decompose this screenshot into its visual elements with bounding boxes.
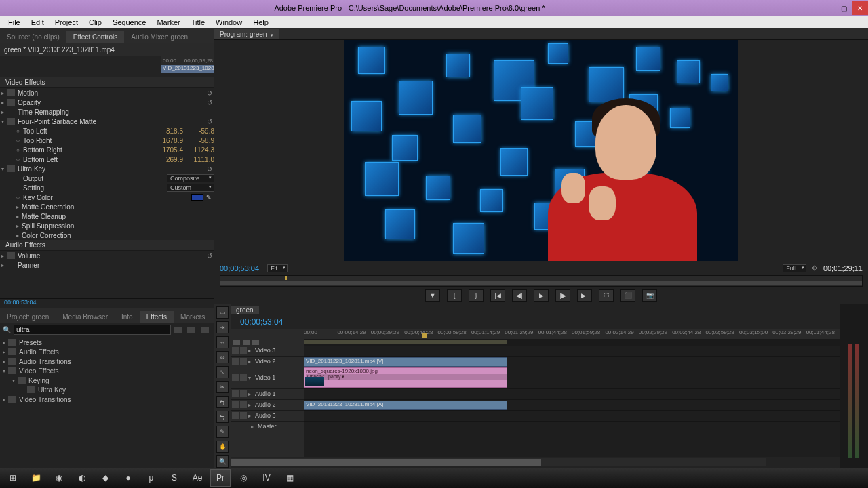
rate-stretch-tool[interactable]: ⤡: [216, 366, 229, 378]
skype-icon[interactable]: S: [164, 469, 184, 487]
program-resolution-dropdown[interactable]: Full: [783, 264, 806, 272]
tree-presets[interactable]: Presets: [19, 339, 42, 346]
clip-audio-2[interactable]: VID_20131223_102811.mp4 [A]: [304, 401, 507, 410]
track-mute[interactable]: [232, 390, 239, 397]
track-solo[interactable]: [240, 412, 247, 419]
marker-toggle[interactable]: [252, 340, 259, 345]
tree-ultra-key[interactable]: Ultra Key: [38, 386, 66, 394]
tree-audio-effects[interactable]: Audio Effects: [19, 348, 59, 356]
eyedropper-icon[interactable]: ✎: [206, 194, 214, 201]
go-to-out-button[interactable]: ▶|: [577, 289, 592, 302]
menu-project[interactable]: Project: [50, 18, 83, 26]
matte-tr-y[interactable]: -58.9: [187, 137, 214, 144]
tab-info[interactable]: Info: [115, 311, 140, 323]
play-button[interactable]: ▶: [534, 289, 549, 302]
preset-bin-icon[interactable]: [174, 327, 182, 333]
work-area-bar[interactable]: [304, 340, 507, 344]
matte-bl-y[interactable]: 1111.0: [187, 156, 214, 163]
tab-effects[interactable]: Effects: [140, 311, 174, 323]
ripple-edit-tool[interactable]: ↔: [216, 336, 229, 348]
matte-tr-x[interactable]: 1678.9: [160, 137, 187, 144]
app-icon[interactable]: ▦: [279, 469, 300, 487]
file-explorer-icon[interactable]: 📁: [26, 469, 46, 487]
twirl-icon[interactable]: ▾: [12, 378, 18, 384]
razor-tool[interactable]: ✂: [216, 381, 229, 393]
twirl-icon[interactable]: ▸: [16, 204, 22, 210]
twirl-icon[interactable]: ▸: [16, 214, 22, 220]
sync-lock-toggle[interactable]: [243, 340, 250, 345]
twirl-icon[interactable]: ▸: [248, 391, 254, 397]
timeline-tab[interactable]: green: [231, 306, 259, 314]
menu-sequence[interactable]: Sequence: [107, 18, 152, 26]
afx-panner[interactable]: Panner: [18, 262, 214, 269]
twirl-icon[interactable]: ▸: [1, 253, 7, 259]
maximize-button[interactable]: ▢: [835, 1, 852, 15]
effects-search-input[interactable]: [14, 325, 171, 335]
matte-tl-y[interactable]: -59.8: [187, 127, 214, 135]
playhead[interactable]: [425, 339, 425, 460]
keyframe-toggle[interactable]: ○: [16, 147, 23, 153]
utorrent-icon[interactable]: μ: [141, 469, 161, 487]
track-mute[interactable]: [232, 401, 239, 408]
track-select-tool[interactable]: ⇥: [216, 321, 229, 333]
menu-help[interactable]: Help: [248, 18, 274, 26]
fx-time-remap[interactable]: Time Remapping: [18, 108, 214, 116]
timeline-h-scrollbar[interactable]: [231, 458, 766, 466]
lift-button[interactable]: ⬚: [599, 289, 614, 302]
matte-br-x[interactable]: 1705.4: [160, 146, 187, 154]
twirl-icon[interactable]: ▸: [248, 359, 254, 365]
tab-audio-mixer[interactable]: Audio Mixer: green: [124, 31, 195, 43]
go-to-in-button[interactable]: |◀: [490, 289, 505, 302]
app-icon[interactable]: ◆: [95, 469, 115, 487]
slide-tool[interactable]: ⇋: [216, 411, 229, 423]
clip-video-2[interactable]: VID_20131223_102811.mp4 [V]: [304, 357, 507, 367]
timeline-ruler[interactable]: 00;0000;00;14;2900;00;29;2900;00;44;2800…: [304, 329, 840, 339]
step-forward-button[interactable]: |▶: [555, 289, 570, 302]
twirl-icon[interactable]: ▸: [3, 396, 8, 403]
minimize-button[interactable]: —: [819, 1, 835, 15]
track-lock[interactable]: [240, 358, 247, 365]
settings-icon[interactable]: ⚙: [812, 264, 818, 272]
zoom-tool[interactable]: 🔍: [216, 455, 229, 468]
ultra-output-dropdown[interactable]: Composite: [167, 174, 214, 182]
close-button[interactable]: ✕: [852, 1, 868, 15]
track-mute[interactable]: [232, 412, 239, 419]
mark-out-button[interactable]: }: [469, 289, 484, 302]
ultra-color-corr[interactable]: Color Correction: [22, 232, 214, 239]
menu-marker[interactable]: Marker: [151, 18, 185, 26]
track-lock[interactable]: [240, 374, 247, 381]
ultra-matte-cleanup[interactable]: Matte Cleanup: [22, 213, 214, 220]
twirl-icon[interactable]: ▸: [1, 100, 7, 106]
reset-icon[interactable]: ↺: [205, 165, 214, 173]
slip-tool[interactable]: ⇆: [216, 396, 229, 408]
clip-video-1[interactable]: neon_squares-1920x1080.jpg Opacity:Opaci…: [304, 367, 507, 388]
track-lock[interactable]: [240, 347, 247, 354]
twirl-icon[interactable]: ▸: [16, 232, 22, 239]
twirl-icon[interactable]: ▸: [3, 359, 8, 365]
matte-tl-x[interactable]: 318.5: [160, 127, 187, 135]
premiere-pro-icon[interactable]: Pr: [210, 469, 231, 487]
mark-in-button[interactable]: {: [447, 289, 462, 302]
twirl-icon[interactable]: ▸: [1, 262, 7, 268]
program-scrubber[interactable]: [220, 275, 863, 287]
tree-video-transitions[interactable]: Video Transitions: [19, 396, 71, 403]
menu-clip[interactable]: Clip: [83, 18, 107, 26]
add-marker-button[interactable]: ▼: [425, 289, 440, 302]
app-icon[interactable]: ●: [118, 469, 138, 487]
fx-ultra-key[interactable]: Ultra Key: [18, 165, 205, 173]
twirl-icon[interactable]: ▸: [1, 90, 7, 96]
afx-volume[interactable]: Volume: [18, 252, 205, 260]
program-zoom-dropdown[interactable]: Fit: [267, 264, 288, 272]
track-solo[interactable]: [240, 390, 247, 397]
ultra-setting-dropdown[interactable]: Custom: [167, 184, 214, 192]
twirl-icon[interactable]: ▾: [1, 166, 7, 172]
tab-media-browser[interactable]: Media Browser: [56, 311, 115, 323]
twirl-icon[interactable]: ▾: [248, 375, 254, 381]
twirl-icon[interactable]: ▸: [248, 402, 254, 408]
twirl-icon[interactable]: ▸: [248, 413, 254, 419]
app-icon[interactable]: IV: [256, 469, 277, 487]
keyframe-toggle[interactable]: ○: [16, 157, 23, 163]
twirl-icon[interactable]: ▸: [1, 109, 7, 115]
preset-bin-icon[interactable]: [187, 327, 195, 333]
twirl-icon[interactable]: ▾: [1, 119, 7, 125]
